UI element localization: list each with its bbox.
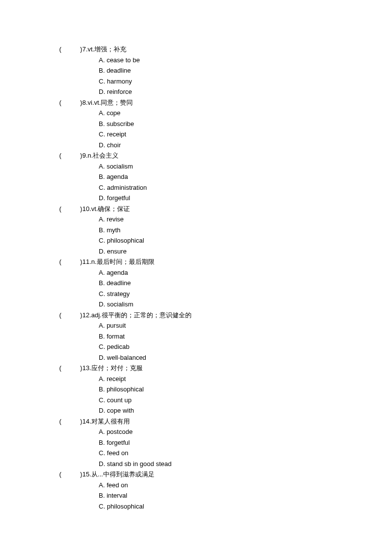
question-item: ()10.vt.确保；保证A. reviseB. mythC. philosop… bbox=[59, 204, 392, 256]
question-number: 14 bbox=[82, 417, 89, 427]
answer-blank-open: ( bbox=[59, 363, 61, 373]
answer-option: A. feed on bbox=[99, 480, 392, 490]
answer-option: A. socialism bbox=[99, 162, 392, 171]
answer-option: B. deadline bbox=[99, 278, 392, 288]
answer-option: A. agenda bbox=[99, 268, 392, 278]
question-item: ()7.vt.增强；补充A. cease to beB. deadlineC. … bbox=[59, 44, 392, 97]
answer-option: A. cope bbox=[99, 108, 392, 118]
question-prompt: .对某人很有用 bbox=[89, 417, 130, 427]
answer-option: B. philosophical bbox=[99, 384, 392, 394]
question-prompt-line: ()9.n.社会主义 bbox=[59, 151, 392, 161]
question-prompt-line: ()11.n.最后时间；最后期限 bbox=[59, 257, 392, 267]
question-item: ()14.对某人很有用A. postcodeB. forgetfulC. fee… bbox=[59, 417, 392, 469]
answer-blank-open: ( bbox=[59, 257, 61, 267]
question-prompt-line: ()12.adj.很平衡的；正常的；意识健全的 bbox=[59, 310, 392, 320]
answer-option: C. pedicab bbox=[99, 342, 392, 352]
question-prompt: .adj.很平衡的；正常的；意识健全的 bbox=[89, 310, 192, 320]
answer-option: C. count up bbox=[99, 395, 392, 405]
question-item: ()11.n.最后时间；最后期限A. agendaB. deadlineC. s… bbox=[59, 257, 392, 309]
answer-option: A. cease to be bbox=[99, 55, 392, 65]
question-number: 12 bbox=[82, 310, 89, 320]
answer-blank-open: ( bbox=[59, 470, 61, 479]
answer-blank-open: ( bbox=[59, 151, 61, 161]
question-prompt-line: ()7.vt.增强；补充 bbox=[59, 44, 392, 54]
question-prompt: .n.社会主义 bbox=[86, 151, 118, 161]
answer-blank-open: ( bbox=[59, 310, 61, 320]
question-number: 10 bbox=[82, 204, 89, 214]
answer-option: A. postcode bbox=[99, 427, 392, 437]
question-prompt-line: ()10.vt.确保；保证 bbox=[59, 204, 392, 214]
answer-blank-open: ( bbox=[59, 98, 61, 108]
question-item: ()13.应付；对付；克服A. receiptB. philosophicalC… bbox=[59, 363, 392, 416]
question-number: 8 bbox=[82, 98, 86, 108]
answer-option: C. administration bbox=[99, 183, 392, 193]
answer-option: D. cope with bbox=[99, 406, 392, 416]
answer-option: C. strategy bbox=[99, 289, 392, 299]
answer-option: D. reinforce bbox=[99, 87, 392, 97]
answer-option: D. socialism bbox=[99, 299, 392, 309]
answer-blank-open: ( bbox=[59, 417, 61, 427]
answer-option: D. well-balanced bbox=[99, 353, 392, 363]
answer-option: D. stand sb in good stead bbox=[99, 459, 392, 469]
answer-blank-open: ( bbox=[59, 44, 61, 54]
question-prompt: .vt.确保；保证 bbox=[89, 204, 130, 214]
answer-option: C. feed on bbox=[99, 448, 392, 458]
question-prompt: .应付；对付；克服 bbox=[89, 363, 143, 373]
answer-option: B. forgetful bbox=[99, 438, 392, 448]
answer-option: B. deadline bbox=[99, 66, 392, 76]
answer-option: B. myth bbox=[99, 225, 392, 235]
answer-option: C. harmony bbox=[99, 77, 392, 86]
question-number: 15 bbox=[82, 470, 89, 479]
answer-option: D. ensure bbox=[99, 247, 392, 256]
question-number: 7 bbox=[82, 44, 86, 54]
question-item: ()12.adj.很平衡的；正常的；意识健全的A. pursuitB. form… bbox=[59, 310, 392, 363]
question-prompt: .从...中得到滋养或满足 bbox=[89, 470, 154, 479]
answer-option: A. revise bbox=[99, 214, 392, 224]
question-prompt: .n.最后时间；最后期限 bbox=[89, 257, 154, 267]
question-prompt-line: ()15.从...中得到滋养或满足 bbox=[59, 470, 392, 479]
question-prompt-line: ()14.对某人很有用 bbox=[59, 417, 392, 427]
answer-option: C. philosophical bbox=[99, 236, 392, 246]
question-prompt: .vi.vt.同意；赞同 bbox=[86, 98, 133, 108]
question-prompt: .vt.增强；补充 bbox=[86, 44, 126, 54]
question-item: ()9.n.社会主义A. socialismB. agendaC. admini… bbox=[59, 151, 392, 203]
question-prompt-line: ()8.vi.vt.同意；赞同 bbox=[59, 98, 392, 108]
answer-option: B. agenda bbox=[99, 172, 392, 182]
answer-blank-open: ( bbox=[59, 204, 61, 214]
answer-option: D. forgetful bbox=[99, 193, 392, 203]
question-number: 9 bbox=[82, 151, 86, 161]
answer-option: B. subscribe bbox=[99, 119, 392, 129]
answer-option: D. choir bbox=[99, 140, 392, 150]
answer-option: C. philosophical bbox=[99, 502, 392, 512]
answer-option: B. format bbox=[99, 332, 392, 342]
question-item: ()15.从...中得到滋养或满足A. feed onB. intervalC.… bbox=[59, 470, 392, 511]
question-prompt-line: ()13.应付；对付；克服 bbox=[59, 363, 392, 373]
answer-option: A. pursuit bbox=[99, 321, 392, 331]
question-item: ()8.vi.vt.同意；赞同A. copeB. subscribeC. rec… bbox=[59, 98, 392, 150]
question-number: 13 bbox=[82, 363, 89, 373]
question-number: 11 bbox=[82, 257, 89, 267]
answer-option: B. interval bbox=[99, 491, 392, 501]
answer-option: A. receipt bbox=[99, 374, 392, 384]
question-list: ()7.vt.增强；补充A. cease to beB. deadlineC. … bbox=[59, 44, 392, 511]
answer-option: C. receipt bbox=[99, 129, 392, 139]
